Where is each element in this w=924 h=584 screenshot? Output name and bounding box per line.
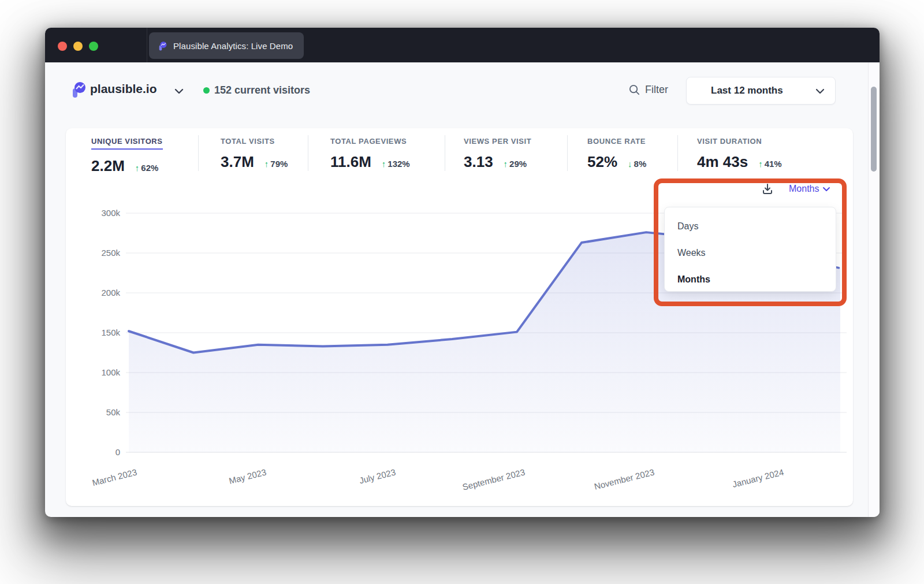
svg-text:November 2023: November 2023 (593, 467, 655, 491)
browser-window: Plausible Analytics: Live Demo plausible… (45, 28, 880, 517)
browser-tab[interactable]: Plausible Analytics: Live Demo (149, 32, 304, 59)
minimize-window-button[interactable] (73, 42, 83, 51)
chevron-down-icon (822, 187, 830, 192)
svg-text:0: 0 (116, 447, 120, 457)
chart-controls: Months (761, 183, 830, 195)
interval-dropdown-menu: Days Weeks Months (664, 207, 836, 292)
svg-text:September 2023: September 2023 (461, 467, 526, 492)
fullscreen-window-button[interactable] (89, 42, 98, 51)
svg-text:200k: 200k (101, 288, 120, 297)
svg-text:250k: 250k (101, 248, 120, 258)
dashboard-page: plausible.io 152 current visitors Filter… (45, 62, 880, 517)
plausible-logo-icon (158, 41, 167, 51)
svg-text:January 2024: January 2024 (731, 467, 784, 489)
interval-dropdown-toggle[interactable]: Months (789, 184, 830, 194)
svg-text:300k: 300k (101, 208, 120, 218)
interval-option-weeks[interactable]: Weeks (665, 240, 836, 266)
svg-text:May 2023: May 2023 (228, 467, 267, 485)
tab-separator (147, 28, 147, 62)
svg-text:50k: 50k (106, 407, 121, 417)
svg-text:March 2023: March 2023 (91, 467, 138, 488)
tab-title: Plausible Analytics: Live Demo (173, 41, 293, 51)
download-icon[interactable] (761, 183, 774, 195)
interval-option-days[interactable]: Days (665, 213, 836, 240)
svg-text:150k: 150k (101, 328, 120, 337)
svg-text:100k: 100k (101, 367, 120, 377)
svg-text:July 2023: July 2023 (358, 467, 396, 485)
browser-titlebar: Plausible Analytics: Live Demo (45, 28, 880, 62)
close-window-button[interactable] (58, 42, 67, 51)
interval-selected-value: Months (789, 184, 819, 194)
interval-option-months[interactable]: Months (665, 266, 836, 293)
